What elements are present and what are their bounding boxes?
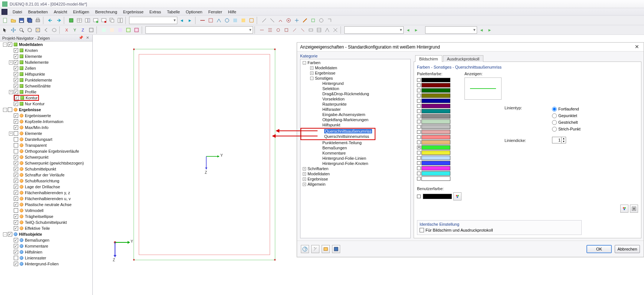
- category-item[interactable]: Hintergrund: [300, 81, 410, 86]
- tool-r5[interactable]: [231, 17, 239, 24]
- category-item[interactable]: Kommentare: [300, 150, 410, 156]
- nav-item[interactable]: Flächenhalbierenden u, v: [0, 196, 92, 202]
- nav-item[interactable]: Kommentare: [0, 243, 92, 249]
- nav-item[interactable]: Schraffur der Verläufe: [0, 172, 92, 178]
- nav-item[interactable]: Lage der Drillachse: [0, 184, 92, 190]
- tool2-snap4[interactable]: [125, 26, 132, 34]
- tool2-m2[interactable]: [266, 26, 274, 34]
- tool-saveall[interactable]: [26, 17, 33, 24]
- category-item[interactable]: +Modelldaten: [300, 171, 410, 176]
- nav-item[interactable]: Hilfslinien: [0, 249, 92, 255]
- palette-swatch[interactable]: [417, 109, 461, 114]
- nav-item[interactable]: Kontur: [0, 95, 92, 101]
- nav-item[interactable]: Nur Kontur: [0, 101, 92, 107]
- nav-item[interactable]: Effektive Teile: [0, 225, 92, 231]
- tool2-snap2[interactable]: [108, 26, 116, 34]
- nav-item[interactable]: +Elemente: [0, 130, 92, 136]
- category-item[interactable]: Drag&Drop-Rückmeldung: [300, 91, 410, 96]
- spinner-up-icon[interactable]: ▲: [561, 137, 566, 140]
- menu-einfuegen[interactable]: Einfügen: [72, 9, 90, 14]
- category-item[interactable]: Eingabe-Achsensystem: [300, 112, 410, 117]
- category-item[interactable]: -Farben: [300, 60, 410, 65]
- palette-swatch[interactable]: [417, 150, 461, 155]
- menu-datei[interactable]: Datei: [12, 9, 23, 14]
- thickness-spinner[interactable]: 1 ▲▼: [552, 137, 566, 143]
- tool2-m5[interactable]: [291, 26, 298, 34]
- nav-item[interactable]: +Profile: [0, 89, 92, 95]
- category-item[interactable]: +Modelldaten: [300, 65, 410, 70]
- tool2-m6[interactable]: [299, 26, 306, 34]
- tool-tile[interactable]: [116, 17, 124, 24]
- combo-selection[interactable]: [145, 26, 253, 34]
- nav-item[interactable]: Punktelemente: [0, 77, 92, 83]
- nav-item[interactable]: -Ergebnisse: [0, 107, 92, 113]
- palette-swatch[interactable]: [417, 176, 461, 181]
- palette-swatch[interactable]: [417, 124, 461, 129]
- category-item[interactable]: Bemaßungen: [300, 145, 410, 150]
- menu-ergebnisse[interactable]: Ergebnisse: [122, 9, 144, 14]
- category-item[interactable]: Hilfsraster: [300, 107, 410, 112]
- tool-save[interactable]: [18, 17, 25, 24]
- tool2-vy[interactable]: Y: [71, 26, 79, 34]
- apply-palette-button[interactable]: [620, 205, 628, 213]
- tool-cascade[interactable]: [108, 17, 116, 24]
- tool2-m4[interactable]: [283, 26, 290, 34]
- tool2-f-next[interactable]: ►: [413, 26, 420, 34]
- navigator-pin-icon[interactable]: 📌: [78, 36, 83, 41]
- nav-item[interactable]: Plastische neutrale Achse: [0, 202, 92, 208]
- tool-undo[interactable]: [47, 17, 54, 24]
- tool2-move[interactable]: [10, 26, 17, 34]
- nav-item[interactable]: Schweißnähte: [0, 83, 92, 89]
- footer-save-button[interactable]: [332, 245, 340, 253]
- spinner-down-icon[interactable]: ▼: [561, 140, 566, 143]
- menu-berechnung[interactable]: Berechnung: [94, 9, 118, 14]
- tool-r7[interactable]: [248, 17, 255, 24]
- nav-item[interactable]: Schwerpunkt: [0, 154, 92, 160]
- footer-help-button[interactable]: ?: [301, 245, 309, 253]
- tool2-snap1[interactable]: [100, 26, 108, 34]
- tool2-prev[interactable]: [42, 26, 50, 34]
- palette-swatch[interactable]: [417, 145, 461, 150]
- tool-d8[interactable]: [318, 17, 325, 24]
- tool2-m10[interactable]: [332, 26, 339, 34]
- nav-item[interactable]: Vollmodell: [0, 208, 92, 213]
- tool-r4[interactable]: [223, 17, 231, 24]
- tab-print[interactable]: Ausdruckprotokoll: [443, 55, 483, 62]
- category-tree[interactable]: -Farben+Modelldaten+Ergebnisse-Sonstiges…: [300, 59, 411, 238]
- nav-item[interactable]: Hintergrund-Folien: [0, 261, 92, 267]
- tool2-vortho[interactable]: [88, 26, 95, 34]
- cancel-button[interactable]: Abbrechen: [615, 245, 640, 253]
- tool-r1[interactable]: [199, 17, 206, 24]
- linetype-option-3[interactable]: Strich-Punkt: [552, 126, 600, 132]
- nav-item[interactable]: Flächenhalbierenden y, z: [0, 190, 92, 196]
- nav-item[interactable]: Zellen: [0, 65, 92, 71]
- palette-swatch[interactable]: [417, 140, 461, 145]
- nav-item[interactable]: Darstellungsart: [0, 136, 92, 142]
- category-item[interactable]: Hintergrund-Folie-Linien: [300, 156, 410, 161]
- tool-new[interactable]: [1, 17, 9, 24]
- navigator-tree[interactable]: -ModelldatenKnotenElemente+NullelementeZ…: [0, 42, 92, 295]
- tool2-iso[interactable]: [50, 26, 58, 34]
- tool-r3[interactable]: [215, 17, 223, 24]
- category-item[interactable]: -Sonstiges: [300, 76, 410, 81]
- tool2-vx[interactable]: X: [63, 26, 70, 34]
- menu-tabelle[interactable]: Tabelle: [166, 9, 181, 14]
- palette-swatch[interactable]: [417, 77, 461, 83]
- nav-item[interactable]: Schubflussrichtung: [0, 178, 92, 184]
- category-item[interactable]: +Ergebnisse: [300, 176, 410, 182]
- category-item[interactable]: +Schriftarten: [300, 166, 410, 171]
- reset-palette-button[interactable]: [630, 205, 638, 213]
- nav-item[interactable]: Elemente: [0, 53, 92, 59]
- nav-item[interactable]: Hilfspunkte: [0, 71, 92, 77]
- linetype-option-0[interactable]: Fortlaufend: [552, 106, 600, 112]
- ok-button[interactable]: OK: [586, 245, 612, 253]
- category-item[interactable]: Rasterpunkte: [300, 102, 410, 107]
- category-item[interactable]: Querschnittsinnenumriss: [302, 134, 374, 139]
- nav-item[interactable]: Knoten: [0, 47, 92, 53]
- palette-swatch[interactable]: [417, 88, 461, 93]
- palette-swatch[interactable]: [417, 119, 461, 124]
- menu-extras[interactable]: Extras: [149, 9, 162, 14]
- menu-hilfe[interactable]: Hilfe: [227, 9, 237, 14]
- nav-item[interactable]: Kopfzeile-Information: [0, 119, 92, 125]
- tool-d2[interactable]: [269, 17, 276, 24]
